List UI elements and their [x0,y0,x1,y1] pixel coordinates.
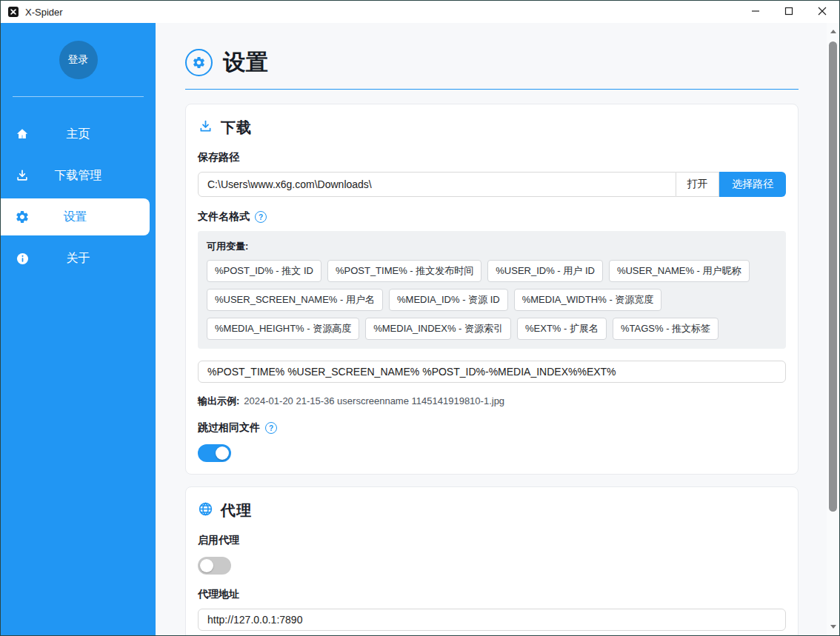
settings-gear-icon [185,49,213,76]
variable-chip[interactable]: %MEDIA_ID% - 资源 ID [389,289,508,311]
download-settings-card: 下载 保存路径 打开 选择路径 文件名格式 ? 可用变量: [185,104,799,475]
minimize-icon [751,7,760,18]
choose-path-button[interactable]: 选择路径 [719,172,786,197]
sidebar-nav: 主页 下载管理 设置 [1,113,156,279]
enable-proxy-label: 启用代理 [198,534,786,547]
save-path-input[interactable] [198,172,676,197]
maximize-button[interactable] [772,1,805,23]
sidebar: 登录 主页 下载管理 [1,23,156,635]
info-icon [13,250,31,267]
login-button[interactable]: 登录 [59,41,98,79]
scroll-up-arrow-icon[interactable] [827,25,839,38]
proxy-section-title: 代理 [221,501,252,520]
toggle-knob [200,559,213,572]
download-icon [13,167,31,184]
sidebar-item-home[interactable]: 主页 [1,113,156,155]
sidebar-item-settings[interactable]: 设置 [1,198,150,235]
minimize-button[interactable] [739,1,772,23]
skip-same-file-label: 跳过相同文件 [198,421,260,435]
sidebar-item-about[interactable]: 关于 [1,238,156,279]
header-divider [185,89,799,90]
save-path-label: 保存路径 [198,151,786,164]
main-area: 设置 下载 保存路径 打开 选择路径 [156,23,839,635]
variable-chip[interactable]: %MEDIA_WIDTH% - 资源宽度 [514,289,662,311]
variable-chip[interactable]: %MEDIA_INDEX% - 资源索引 [365,318,511,340]
sidebar-divider [13,96,144,97]
close-button[interactable] [805,1,839,23]
scrollbar-thumb[interactable] [829,41,837,512]
title-bar: X-Spider [1,1,839,23]
maximize-icon [784,7,793,18]
app-window: X-Spider 登录 主页 [0,0,840,636]
home-icon [13,125,31,143]
gear-icon [13,208,31,226]
filename-format-help-icon[interactable]: ? [255,211,267,223]
globe-icon [198,501,213,520]
variable-chip[interactable]: %USER_SCREEN_NAME% - 用户名 [207,289,383,311]
page-title: 设置 [223,47,269,78]
close-icon [818,7,827,18]
output-example-value: 2024-01-20 21-15-36 userscreenname 11451… [244,395,504,406]
variable-chip[interactable]: %USER_ID% - 用户 ID [487,260,603,282]
variable-chip[interactable]: %MEDIA_HEIGHT% - 资源高度 [207,318,359,340]
variable-chip[interactable]: %EXT% - 扩展名 [517,318,607,340]
variable-chip[interactable]: %USER_NAME% - 用户昵称 [609,260,750,282]
variables-label: 可用变量: [207,240,777,253]
sidebar-item-download-manager[interactable]: 下载管理 [1,155,156,196]
variable-chip[interactable]: %TAGS% - 推文标签 [613,318,719,340]
open-path-button[interactable]: 打开 [676,172,719,197]
filename-format-label: 文件名格式 [198,210,250,224]
scroll-down-arrow-icon[interactable] [827,620,839,633]
window-controls [739,1,839,23]
download-section-icon [198,118,213,137]
filename-format-input[interactable] [198,361,786,383]
enable-proxy-toggle[interactable] [198,557,231,575]
output-example: 输出示例:2024-01-20 21-15-36 userscreenname … [198,395,786,408]
proxy-settings-card: 代理 启用代理 代理地址 [185,486,799,635]
output-example-label: 输出示例: [198,395,239,406]
download-section-title: 下载 [221,118,252,138]
vertical-scrollbar[interactable] [827,23,839,635]
skip-same-file-toggle[interactable] [198,444,231,462]
proxy-address-label: 代理地址 [198,588,786,601]
available-variables-box: 可用变量: %POST_ID% - 推文 ID %POST_TIME% - 推文… [198,231,786,349]
toggle-knob [216,446,229,460]
app-logo-x-icon [8,7,19,17]
skip-same-file-help-icon[interactable]: ? [265,422,277,434]
window-title: X-Spider [25,7,63,18]
save-path-group: 打开 选择路径 [198,172,786,197]
proxy-address-input[interactable] [198,609,786,631]
page-header: 设置 [185,47,799,78]
variable-chip[interactable]: %POST_ID% - 推文 ID [207,260,321,282]
variable-chip[interactable]: %POST_TIME% - 推文发布时间 [327,260,481,282]
